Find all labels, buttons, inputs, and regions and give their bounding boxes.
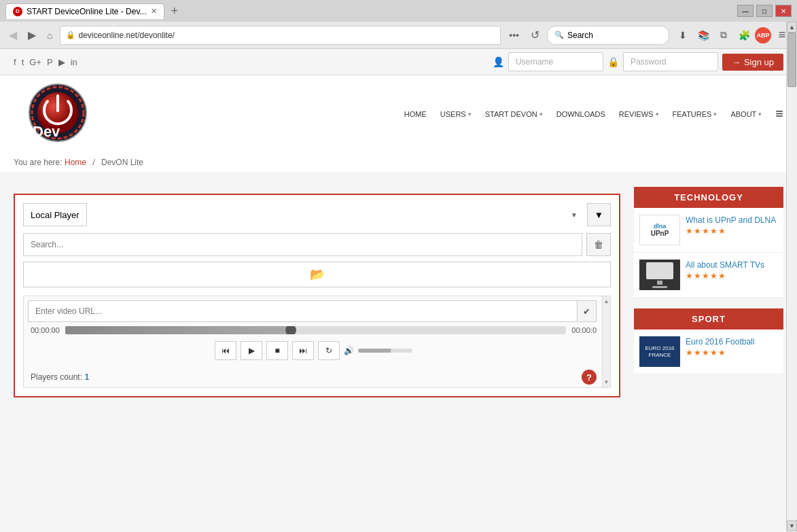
sidebar-technology-section: TECHNOLOGY dlna UPnP What is UPnP and DL… — [634, 187, 783, 298]
dlna-logo: dlna UPnP — [651, 223, 669, 237]
password-input[interactable] — [623, 52, 718, 71]
browser-tab[interactable]: D START DeviceOnline Lite - Dev... ✕ — [5, 3, 164, 19]
video-url-input[interactable] — [28, 300, 577, 322]
sidebar-item-stars: ★★★★★ — [686, 271, 778, 281]
scrollbar-down-arrow[interactable]: ▼ — [787, 520, 797, 531]
stop-button[interactable]: ■ — [266, 341, 288, 360]
adblock-button[interactable]: ABP — [755, 27, 771, 43]
linkedin-icon[interactable]: in — [71, 57, 77, 67]
sidebar-item-link[interactable]: What is UPnP and DLNA — [686, 215, 776, 225]
repeat-button[interactable]: ↻ — [318, 341, 340, 360]
progress-bar[interactable] — [65, 326, 566, 334]
url-text: deviceonline.net/devonlite/ — [78, 31, 174, 40]
scroll-down-arrow[interactable]: ▼ — [604, 379, 609, 385]
player-selector[interactable]: Local Player — [23, 203, 87, 226]
browser-toolbar: ◀ ▶ ⌂ 🔒 deviceonline.net/devonlite/ ••• … — [0, 22, 797, 49]
dlna-thumbnail: dlna UPnP — [639, 215, 680, 245]
tab-favicon: D — [13, 7, 22, 16]
signup-icon: → — [732, 57, 741, 67]
browser-search-bar[interactable]: 🔍 Search — [547, 26, 669, 45]
player-select-wrapper: Local Player — [23, 203, 583, 226]
url-confirm-button[interactable]: ✔ — [577, 300, 597, 322]
player-browse-button[interactable]: 📂 — [23, 262, 611, 287]
nav-start-devon[interactable]: START DEVON ▾ — [485, 110, 543, 118]
google-plus-icon[interactable]: G+ — [29, 57, 41, 67]
volume-slider[interactable] — [358, 349, 412, 353]
rewind-button[interactable]: ⏮ — [215, 341, 236, 360]
sidebar-item: All about SMART TVs ★★★★★ — [634, 253, 783, 298]
minimize-button[interactable]: — — [737, 5, 754, 17]
extensions-icon[interactable]: 🧩 — [734, 26, 754, 45]
skip-button[interactable]: ⏭ — [292, 341, 314, 360]
search-placeholder-text: Search — [567, 31, 593, 40]
breadcrumb: You are here: Home / DevON Lite — [0, 152, 797, 173]
start-devon-caret-icon: ▾ — [539, 111, 543, 118]
player-search-input[interactable] — [23, 233, 582, 256]
content-left: Local Player ▼ 🗑 📂 — [14, 187, 620, 532]
sidebar-item-stars: ★★★★★ — [686, 348, 778, 357]
user-icon: 👤 — [493, 56, 504, 67]
sidebar-sport-header: SPORT — [634, 308, 783, 330]
pinterest-icon[interactable]: P — [47, 57, 53, 67]
sidebar-item-content: What is UPnP and DLNA ★★★★★ — [686, 215, 778, 236]
scrollbar-track[interactable] — [787, 33, 797, 520]
username-input[interactable] — [508, 52, 603, 71]
nav-users[interactable]: USERS ▾ — [440, 110, 472, 118]
player-select-dropdown-button[interactable]: ▼ — [587, 203, 611, 226]
home-button[interactable]: ⌂ — [43, 29, 56, 42]
hamburger-menu-button[interactable]: ≡ — [775, 106, 783, 122]
bookmarks-icon[interactable]: 📚 — [694, 26, 713, 45]
browser-titlebar: D START DeviceOnline Lite - Dev... ✕ + —… — [0, 0, 797, 22]
player-controls: ⏮ ▶ ■ ⏭ ↻ 🔊 — [24, 338, 610, 366]
sidebar-item-link[interactable]: All about SMART TVs — [686, 260, 764, 270]
maximize-button[interactable]: □ — [756, 5, 773, 17]
player-search-row: 🗑 — [23, 233, 611, 256]
nav-about[interactable]: ABOUT ▾ — [730, 110, 762, 118]
youtube-icon[interactable]: ▶ — [58, 57, 65, 67]
tab-close-button[interactable]: ✕ — [151, 7, 157, 16]
scrollbar-thumb[interactable] — [787, 33, 796, 87]
scroll-handle[interactable]: ▲ ▼ — [602, 296, 610, 387]
progress-thumb[interactable] — [285, 326, 296, 334]
play-button[interactable]: ▶ — [241, 341, 262, 360]
euro-thumbnail: EURO 2016 FRANCE — [639, 336, 680, 367]
logo-container: Dev — [14, 82, 136, 145]
scrollbar-up-arrow[interactable]: ▲ — [787, 22, 797, 33]
downloads-icon[interactable]: ⬇ — [673, 26, 692, 45]
sidebar-item-link[interactable]: Euro 2016 Football — [686, 337, 754, 347]
new-tab-button[interactable]: + — [169, 4, 181, 18]
tabs-icon[interactable]: ⧉ — [714, 26, 733, 45]
address-bar[interactable]: 🔒 deviceonline.net/devonlite/ — [60, 26, 501, 45]
tab-title: START DeviceOnline Lite - Dev... — [26, 7, 147, 16]
sidebar: TECHNOLOGY dlna UPnP What is UPnP and DL… — [634, 187, 783, 532]
features-caret-icon: ▾ — [713, 111, 717, 118]
scroll-up-arrow[interactable]: ▲ — [604, 298, 609, 304]
twitter-icon[interactable]: t — [22, 57, 24, 67]
login-section: 👤 🔒 → Sign up — [493, 52, 783, 71]
users-caret-icon: ▾ — [468, 111, 472, 118]
more-button[interactable]: ••• — [505, 29, 523, 42]
lock-icon: 🔒 — [66, 31, 75, 39]
breadcrumb-home-link[interactable]: Home — [65, 158, 86, 167]
nav-reviews[interactable]: REVIEWS ▾ — [619, 110, 659, 118]
site-logo[interactable]: Dev — [14, 82, 102, 143]
back-button[interactable]: ◀ — [5, 27, 20, 43]
social-icons: f t G+ P ▶ in — [14, 57, 77, 67]
player-widget: Local Player ▼ 🗑 📂 — [14, 194, 620, 397]
player-delete-button[interactable]: 🗑 — [586, 233, 611, 256]
url-input-row: ✔ — [24, 296, 610, 326]
breadcrumb-separator: / — [92, 158, 94, 167]
sidebar-technology-header: TECHNOLOGY — [634, 187, 783, 208]
nav-home[interactable]: HOME — [404, 110, 427, 118]
close-window-button[interactable]: ✕ — [775, 5, 792, 17]
signup-button[interactable]: → Sign up — [722, 54, 783, 71]
facebook-icon[interactable]: f — [14, 57, 16, 67]
nav-features[interactable]: FEATURES ▾ — [673, 110, 718, 118]
help-button[interactable]: ? — [582, 370, 597, 385]
folder-open-icon: 📂 — [310, 267, 325, 282]
forward-button[interactable]: ▶ — [24, 27, 39, 43]
lock-input-icon: 🔒 — [607, 56, 619, 67]
reload-button[interactable]: ↺ — [527, 27, 543, 43]
nav-downloads[interactable]: DOWNLOADS — [556, 110, 605, 118]
signup-label: Sign up — [744, 57, 774, 67]
